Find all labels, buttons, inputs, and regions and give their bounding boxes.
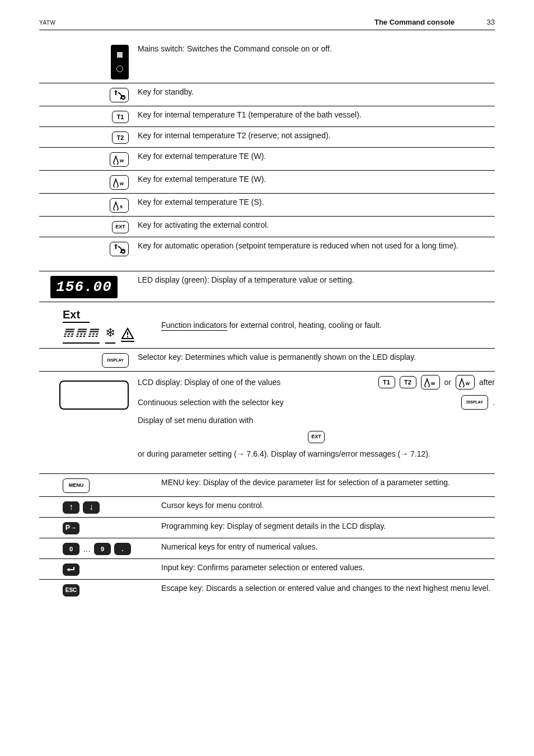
svg-marker-8 <box>114 244 118 246</box>
mains-switch-icon <box>111 45 129 79</box>
header-title: The Command console <box>374 18 455 27</box>
ext-indicator-label: Ext <box>63 307 90 323</box>
cursor-down-key-icon <box>83 501 100 514</box>
tew2-key-desc: Key for external temperature TE (W). <box>138 174 495 184</box>
tew2-key-icon: w <box>110 175 129 190</box>
standby-key-icon <box>110 88 129 102</box>
svg-marker-1 <box>114 90 118 92</box>
t2-key-icon: T2 <box>112 132 129 144</box>
tew-key-inline-icon: w <box>421 375 440 389</box>
led-display-icon: 156.00 <box>50 276 118 298</box>
cooling-indicator-icon: ❄ <box>105 325 115 344</box>
t2-key-inline-icon: T2 <box>400 376 416 388</box>
esc-key-icon: ESC <box>63 584 79 597</box>
digit-keys-desc: Numerical keys for entry of numerical va… <box>161 542 495 552</box>
t1-key-desc: Key for internal temperature T1 (tempera… <box>138 110 495 120</box>
function-indicators-desc: Function indicators for external control… <box>161 320 495 330</box>
auto-key-icon <box>110 242 129 256</box>
svg-point-13 <box>127 336 129 337</box>
display-key-inline-icon: DISPLAY <box>461 395 488 410</box>
fault-indicator-icon <box>121 327 134 342</box>
svg-text:w: w <box>430 381 435 386</box>
programming-key-desc: Programming key: Display of segment deta… <box>161 521 495 531</box>
svg-text:s: s <box>120 204 123 209</box>
display-key-icon: DISPLAY <box>102 353 129 368</box>
svg-text:w: w <box>119 158 124 163</box>
heating-indicator-icon: 𝌎𝌎𝌎 <box>63 325 100 344</box>
digit-9-key-icon: 9 <box>94 543 111 555</box>
cursor-up-key-icon <box>63 501 79 514</box>
svg-text:w: w <box>119 181 124 186</box>
t1-key-inline-icon: T1 <box>378 376 395 388</box>
decimal-key-icon: . <box>114 543 131 555</box>
lcd-display-icon <box>59 381 129 410</box>
header-page-number: 33 <box>468 18 495 27</box>
tew-key-desc: Key for external temperature TE (W). <box>138 151 495 161</box>
ext-key-inline-icon: EXT <box>308 431 325 443</box>
mains-switch-desc: Mains switch: Switches the Command conso… <box>138 44 495 54</box>
tew2-key-inline-icon: w <box>456 375 475 389</box>
header-left: YATW <box>39 19 55 26</box>
lcd-display-desc: LCD display: Display of one of the value… <box>138 375 495 459</box>
enter-key-desc: Input key: Confirms parameter selection … <box>161 562 495 572</box>
svg-text:w: w <box>465 381 470 386</box>
svg-marker-16 <box>67 568 69 571</box>
t2-key-desc: Key for internal temperature T2 (reserve… <box>138 130 495 140</box>
tes-key-icon: s <box>110 198 129 213</box>
programming-key-icon: P→ <box>63 522 79 534</box>
tes-key-desc: Key for external temperature TE (S). <box>138 197 495 207</box>
cursor-keys-desc: Cursor keys for menu control. <box>161 500 495 510</box>
standby-key-desc: Key for standby. <box>138 87 495 97</box>
display-key-desc: Selector key: Determines which value is … <box>138 352 495 362</box>
function-indicators-icon: Ext 𝌎𝌎𝌎 ❄ <box>63 307 134 344</box>
esc-key-desc: Escape key: Discards a selection or ente… <box>161 583 495 593</box>
menu-key-icon: MENU <box>63 478 90 493</box>
enter-key-icon <box>63 564 79 576</box>
led-display-desc: LED display (green): Display of a temper… <box>138 275 495 285</box>
ext-key-icon: EXT <box>112 221 129 233</box>
t1-key-icon: T1 <box>112 111 129 123</box>
auto-key-desc: Key for automatic operation (setpoint te… <box>138 241 495 251</box>
tew-key-icon: w <box>110 152 129 167</box>
menu-key-desc: MENU key: Display of the device paramete… <box>161 477 495 487</box>
digit-0-key-icon: 0 <box>63 543 79 555</box>
ext-key-desc: Key for activating the external control. <box>138 220 495 230</box>
